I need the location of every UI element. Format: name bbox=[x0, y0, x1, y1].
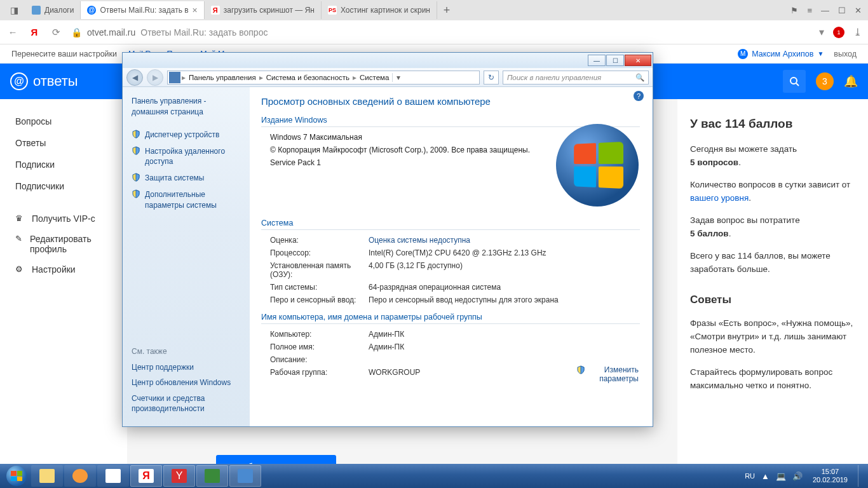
taskbar-app2[interactable] bbox=[229, 465, 261, 487]
chevron-down-icon[interactable]: ▾ bbox=[392, 73, 403, 82]
win7-titlebar[interactable]: — ☐ ✕ bbox=[123, 53, 653, 68]
tips-heading: Советы bbox=[690, 292, 855, 308]
change-settings-link[interactable]: Изменить параметры bbox=[576, 365, 639, 383]
device-manager-link[interactable]: Диспетчер устройств bbox=[132, 126, 241, 143]
otvety-logo[interactable]: @ ответы bbox=[10, 72, 78, 90]
section-system: Система bbox=[261, 219, 640, 230]
tray-network-icon[interactable]: 💻 bbox=[776, 471, 786, 481]
tab-label: загрузить скриншот — Ян bbox=[224, 6, 315, 15]
tab-label: Хостинг картинок и скрин bbox=[341, 6, 430, 15]
system-row: Установленная память (ОЗУ):4,00 ГБ (3,12… bbox=[270, 259, 640, 281]
row-label: Рабочая группа: bbox=[270, 368, 369, 377]
yandex-home-button[interactable]: Я bbox=[28, 26, 41, 39]
tab-dialogs[interactable]: Диалоги bbox=[25, 1, 81, 19]
crumb-control-panel[interactable]: Панель управления bbox=[186, 74, 259, 81]
breadcrumb[interactable]: ▸ Панель управления▸ Система и безопасно… bbox=[167, 71, 480, 85]
name-row: Компьютер:Админ-ПК bbox=[270, 328, 640, 341]
rating-link[interactable]: Оценка системы недоступна bbox=[369, 236, 470, 245]
page-title: Просмотр основных сведений о вашем компь… bbox=[261, 96, 640, 107]
control-panel-home-link[interactable]: Панель управления - домашняя страница bbox=[132, 96, 241, 118]
system-row: Оценка:Оценка системы недоступна bbox=[270, 234, 640, 247]
row-value: Оценка системы недоступна bbox=[369, 236, 640, 245]
win7-address-bar: ◀ ▶ ▸ Панель управления▸ Система и безоп… bbox=[123, 68, 653, 87]
crumb-security[interactable]: Система и безопасность bbox=[263, 74, 353, 81]
refresh-button[interactable]: ↻ bbox=[484, 71, 499, 85]
close-button[interactable]: ✕ bbox=[625, 55, 651, 66]
total-points: Всего у вас 114 баллов, вы можете зарабо… bbox=[690, 250, 855, 276]
taskbar-app[interactable] bbox=[97, 465, 129, 487]
crumb-system[interactable]: Система bbox=[356, 74, 392, 81]
panel-icon[interactable]: ⚑ bbox=[790, 6, 798, 15]
sidebar-vip[interactable]: ♛Получить VIP-с bbox=[0, 208, 127, 229]
taskbar-explorer[interactable] bbox=[31, 465, 63, 487]
sidebar-item-answers[interactable]: Ответы bbox=[0, 132, 127, 154]
minimize-button[interactable]: — bbox=[588, 55, 606, 66]
bell-icon[interactable]: 🔔 bbox=[844, 74, 858, 88]
new-tab-button[interactable]: + bbox=[437, 4, 456, 17]
perf-tools-link[interactable]: Счетчики и средства производительности bbox=[132, 391, 246, 416]
otvety-sidebar: Вопросы Ответы Подписки Подписчики ♛Полу… bbox=[0, 99, 127, 464]
sidebar-item-followers[interactable]: Подписчики bbox=[0, 175, 127, 197]
maximize-icon[interactable]: ☐ bbox=[838, 6, 846, 15]
cost-per-question: Задав вопрос вы потратите5 баллов. bbox=[690, 214, 855, 241]
system-row: Перо и сенсорный ввод:Перо и сенсорный в… bbox=[270, 294, 640, 306]
menu-icon[interactable]: ≡ bbox=[807, 6, 812, 15]
row-value bbox=[369, 355, 640, 364]
show-desktop-button[interactable] bbox=[858, 465, 863, 487]
sidebar-item-questions[interactable]: Вопросы bbox=[0, 111, 127, 132]
sidebar-settings[interactable]: ⚙Настройки bbox=[0, 259, 127, 280]
help-icon[interactable]: ? bbox=[634, 91, 644, 101]
lang-indicator[interactable]: RU bbox=[745, 472, 755, 480]
tray-clock[interactable]: 15:07 20.02.2019 bbox=[809, 468, 851, 484]
windows-update-link[interactable]: Центр обновления Windows bbox=[132, 375, 246, 390]
chevron-down-icon[interactable]: ▼ bbox=[817, 50, 824, 57]
tray-volume-icon[interactable]: 🔊 bbox=[792, 471, 803, 481]
adblock-badge[interactable]: 1 bbox=[833, 27, 844, 38]
shield-icon bbox=[132, 173, 140, 182]
back-button[interactable]: ← bbox=[6, 26, 19, 39]
downloads-icon[interactable]: ⤓ bbox=[853, 26, 862, 38]
maximize-button[interactable]: ☐ bbox=[606, 55, 624, 66]
url-box[interactable]: 🔒 otvet.mail.ru Ответы Mail.Ru: задать в… bbox=[71, 27, 810, 37]
search-icon bbox=[789, 76, 799, 86]
nav-forward-button[interactable]: ▶ bbox=[147, 69, 163, 86]
logo-text: ответы bbox=[33, 73, 78, 90]
sidebar-edit-profile[interactable]: ✎Редактировать профиль bbox=[0, 229, 127, 259]
search-button[interactable] bbox=[783, 70, 806, 93]
start-button[interactable] bbox=[3, 464, 31, 487]
yandex-icon: Я bbox=[211, 6, 220, 15]
row-label: Описание: bbox=[270, 355, 369, 364]
logout-link[interactable]: выход bbox=[834, 50, 857, 58]
row-label: Оценка: bbox=[270, 236, 369, 245]
shield-icon bbox=[132, 189, 140, 198]
row-label: Процессор: bbox=[270, 248, 369, 257]
search-input[interactable]: Поиск в панели управления 🔍 bbox=[503, 71, 649, 85]
taskbar-yandex-browser[interactable]: Y bbox=[163, 465, 195, 487]
sidebar-item-subscriptions[interactable]: Подписки bbox=[0, 154, 127, 175]
system-protection-link[interactable]: Защита системы bbox=[132, 170, 241, 186]
level-link[interactable]: вашего уровня bbox=[690, 193, 749, 203]
system-row: Тип системы:64-разрядная операционная си… bbox=[270, 281, 640, 294]
taskbar-yandex-red[interactable]: Я bbox=[130, 465, 162, 487]
tab-mailru-active[interactable]: @ Ответы Mail.Ru: задать в × bbox=[81, 1, 204, 19]
tray-flag-icon[interactable]: ▲ bbox=[761, 471, 770, 481]
taskbar-system-window[interactable] bbox=[196, 465, 228, 487]
nav-back-button[interactable]: ◀ bbox=[126, 69, 143, 86]
taskbar-mediaplayer[interactable] bbox=[64, 465, 96, 487]
section-edition: Издание Windows bbox=[261, 116, 640, 127]
tab-hosting[interactable]: PS Хостинг картинок и скрин bbox=[322, 1, 437, 19]
tab-yandex[interactable]: Я загрузить скриншот — Ян bbox=[205, 1, 322, 19]
row-label: Тип системы: bbox=[270, 283, 369, 292]
action-center-link[interactable]: Центр поддержки bbox=[132, 360, 246, 375]
remote-access-link[interactable]: Настройка удаленного доступа bbox=[132, 143, 241, 170]
user-name-link[interactable]: Максим Архипов bbox=[752, 50, 813, 58]
minimize-icon[interactable]: — bbox=[821, 6, 829, 15]
close-icon[interactable]: ✕ bbox=[855, 6, 862, 15]
advanced-settings-link[interactable]: Дополнительные параметры системы bbox=[132, 186, 241, 213]
reload-button[interactable]: ⟳ bbox=[50, 26, 62, 39]
close-icon[interactable]: × bbox=[193, 5, 198, 15]
tab-pin-back[interactable]: ◨ bbox=[3, 1, 25, 19]
gear-icon: ⚙ bbox=[15, 264, 25, 274]
notifications-badge[interactable]: 3 bbox=[816, 72, 834, 90]
bookmark-icon[interactable]: ▾ bbox=[819, 26, 824, 38]
